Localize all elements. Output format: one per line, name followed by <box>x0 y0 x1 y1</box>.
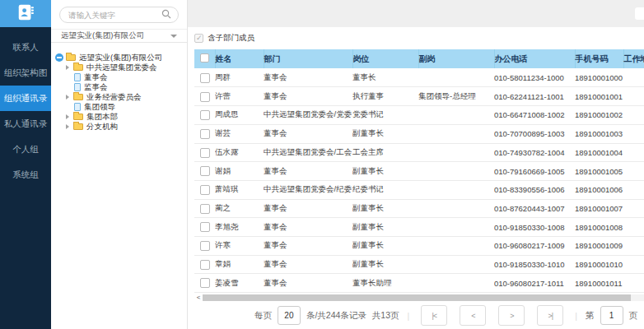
table-row[interactable]: 谢芸董事会副董事长010-70700895-100318910001003 <box>194 124 644 143</box>
cell-dept: 中共远望集团党委会/党委... <box>264 106 352 125</box>
table-row[interactable]: 蔺之董事会副董事长010-87620443-100718910001007 <box>194 199 644 218</box>
cell-name: 许蕾 <box>215 87 264 106</box>
sidebar-item-contacts[interactable]: 联系人 <box>0 35 51 60</box>
table-row[interactable]: 章娟董事会副董事长010-91850330-101018910001010 <box>194 255 644 274</box>
row-checkbox[interactable] <box>200 241 210 251</box>
table-row[interactable]: 谢娟董事会副董事长010-79160669-100518910001005 <box>194 162 644 181</box>
last-page-button[interactable]: >| <box>537 305 563 326</box>
cell-position: 副董事长 <box>352 199 418 218</box>
tree-root[interactable]: 远望实业(集团)有限公司 <box>55 53 184 63</box>
address-book-icon <box>16 3 35 25</box>
table-row[interactable]: 周成思中共远望集团党委会/党委...党委书记010-66471008-10021… <box>194 106 644 125</box>
topbar-partial-button[interactable] <box>635 7 644 20</box>
table-header-row: 姓名部门岗位副岗办公电话手机号码工作地 <box>194 49 644 68</box>
cell-dept: 董事会 <box>264 87 352 106</box>
page-number-input[interactable] <box>600 306 623 325</box>
table-row[interactable]: 萧靖琪中共远望集团党委会/纪委...纪委书记010-83390556-10061… <box>194 180 644 199</box>
scrollbar-track[interactable] <box>203 294 644 301</box>
tree-item[interactable]: 分支机构 <box>66 122 184 132</box>
table-row[interactable]: 李旭尧董事会副董事长010-91850330-100818910001008 <box>194 218 644 237</box>
expand-arrow-icon[interactable] <box>66 95 69 100</box>
column-header[interactable]: 副岗 <box>418 49 494 68</box>
cell-office-phone: 010-74930782-1004 <box>494 143 575 162</box>
cell-position: 副董事长 <box>352 236 418 255</box>
cell-position: 执行董事 <box>352 87 418 106</box>
cell-work-location <box>623 236 644 255</box>
folder-icon <box>73 94 83 100</box>
members-table: 姓名部门岗位副岗办公电话手机号码工作地 周群董事会董事长010-58011234… <box>194 49 644 293</box>
column-header[interactable]: 工作地 <box>623 49 644 68</box>
sidebar-item-private-contacts[interactable]: 私人通讯录 <box>0 111 51 137</box>
collapse-icon[interactable] <box>55 53 63 62</box>
total-pages-label: 共13页 <box>372 310 399 322</box>
tree-item[interactable]: 集团本部 <box>66 112 184 122</box>
row-checkbox[interactable] <box>200 92 210 102</box>
cell-work-location <box>623 68 644 87</box>
tree-item[interactable]: 董事会 <box>66 72 184 82</box>
row-checkbox[interactable] <box>200 166 210 176</box>
cell-work-location <box>623 199 644 218</box>
cell-sub-position <box>418 255 494 274</box>
cell-office-phone: 010-91850330-1008 <box>494 218 575 237</box>
table-row[interactable]: 许寒董事会副董事长010-96080217-100918910001009 <box>194 236 644 255</box>
row-checkbox[interactable] <box>200 185 210 195</box>
per-page-input[interactable] <box>278 306 301 325</box>
company-selector-value: 远望实业(集团)有限公司 <box>61 30 144 41</box>
cell-position: 副董事长 <box>352 124 418 143</box>
expand-arrow-icon[interactable] <box>66 124 69 129</box>
company-selector[interactable]: 远望实业(集团)有限公司 <box>51 29 187 43</box>
cell-work-location <box>623 143 644 162</box>
table-row[interactable]: 许蕾董事会执行董事集团领导-总经理010-62241121-1001189100… <box>194 87 644 106</box>
column-header[interactable]: 部门 <box>264 49 352 68</box>
cell-work-location <box>623 162 644 181</box>
prev-page-button[interactable]: < <box>460 305 486 326</box>
column-header[interactable]: 办公电话 <box>494 49 575 68</box>
column-header[interactable]: 岗位 <box>352 49 418 68</box>
horizontal-scrollbar[interactable]: < <box>194 294 644 302</box>
column-header[interactable]: 姓名 <box>215 49 264 68</box>
tree-item[interactable]: 集团领导 <box>66 102 184 112</box>
cell-dept: 董事会 <box>264 68 352 87</box>
cell-dept: 中共远望集团党委会/工会... <box>264 143 352 162</box>
row-checkbox[interactable] <box>200 110 210 120</box>
sidebar-item-org-contacts[interactable]: 组织通讯录 <box>0 86 51 111</box>
next-page-button[interactable]: > <box>498 305 525 326</box>
sidebar-item-org-chart[interactable]: 组织架构图 <box>0 60 51 86</box>
row-checkbox[interactable] <box>200 260 210 270</box>
tree-item[interactable]: 监事会 <box>66 82 184 92</box>
table-row[interactable]: 周群董事会董事长010-58011234-100018910001000 <box>194 68 644 87</box>
row-checkbox[interactable] <box>200 204 210 214</box>
expand-arrow-icon[interactable] <box>66 114 69 119</box>
folder-icon <box>66 54 76 61</box>
table-row[interactable]: 伍水露中共远望集团党委会/工会...工会主席010-74930782-10041… <box>194 143 644 162</box>
cell-sub-position <box>418 218 494 237</box>
column-header[interactable]: 手机号码 <box>575 49 623 68</box>
scroll-left-icon[interactable]: < <box>194 294 203 302</box>
topbar <box>188 0 644 27</box>
scrollbar-thumb[interactable] <box>203 294 631 301</box>
row-checkbox[interactable] <box>200 278 210 288</box>
search-input[interactable] <box>68 11 157 20</box>
first-page-button[interactable]: |< <box>421 305 447 326</box>
select-all-checkbox[interactable] <box>200 53 209 63</box>
search-icon[interactable] <box>161 7 171 22</box>
table-row[interactable]: 姜凌雪董事会董事长助理010-96080217-101118910001011 <box>194 274 644 293</box>
cell-name: 周群 <box>215 68 264 87</box>
row-checkbox[interactable] <box>200 222 210 232</box>
app-logo[interactable] <box>0 0 51 27</box>
sidebar-item-personal-group[interactable]: 个人组 <box>0 137 51 162</box>
sidebar-item-system-group[interactable]: 系统组 <box>0 162 51 188</box>
cell-mobile: 18910001000 <box>575 68 623 87</box>
tree-item[interactable]: 中共远望集团党委会 <box>66 63 184 72</box>
row-checkbox[interactable] <box>200 73 210 83</box>
include-sub-departments-checkbox[interactable] <box>194 34 203 43</box>
tree-item[interactable]: 业务经营委员会 <box>66 92 184 102</box>
cell-name: 谢芸 <box>215 124 264 143</box>
row-checkbox[interactable] <box>200 129 210 139</box>
search-box[interactable] <box>59 7 179 23</box>
folder-icon <box>73 114 83 120</box>
cell-mobile: 18910001006 <box>575 180 623 199</box>
row-checkbox[interactable] <box>200 148 210 158</box>
expand-arrow-icon[interactable] <box>66 65 69 70</box>
sidebar-nav: 联系人组织架构图组织通讯录私人通讯录个人组系统组 <box>0 27 51 188</box>
